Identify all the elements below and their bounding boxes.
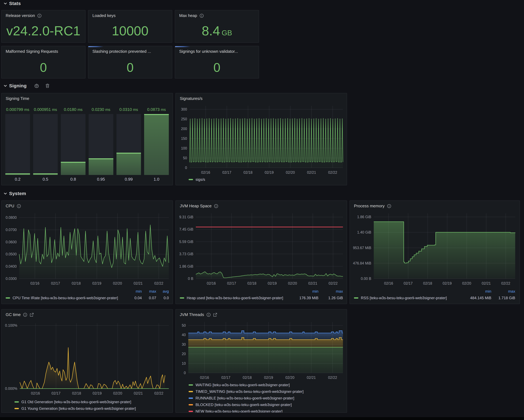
legend-item[interactable]: RUNNABLE [teku-w3s-besu-teku-goerli-web3… (180, 395, 343, 402)
bar-category-label: 0.2 (5, 177, 30, 182)
svg-text:1.40 GiB: 1.40 GiB (357, 230, 371, 234)
svg-text:02/22: 02/22 (154, 281, 163, 285)
trash-icon[interactable] (45, 84, 50, 88)
legend-label[interactable]: TIMED_WAITING [teku-w3s-besu-teku-goerli… (195, 389, 343, 394)
legend-item[interactable]: BLOCKED [teku-w3s-besu-teku-goerli-web3s… (180, 402, 343, 408)
stat-value: 0 (88, 61, 172, 74)
panel-title[interactable]: Process memory (354, 204, 391, 208)
panel-title[interactable]: JVM Heap Space (180, 204, 218, 208)
legend-item[interactable]: CPU Time IRate [teku-w3s-besu-teku-goerl… (6, 295, 169, 301)
bar-gauge-bar: 0.0310 ms0.99 (116, 106, 141, 182)
svg-text:02/21: 02/21 (308, 281, 317, 285)
info-icon[interactable] (17, 204, 21, 208)
info-icon[interactable] (387, 204, 391, 208)
series-swatch (189, 411, 193, 412)
panel-title[interactable]: Malformed Signing Requests (6, 49, 58, 54)
svg-text:02/21: 02/21 (482, 281, 491, 285)
svg-text:150: 150 (181, 137, 187, 141)
legend-label[interactable]: G1 Old Generation [teku-w3s-besu-teku-go… (21, 400, 169, 404)
legend-min-value: 176.39 MiB (287, 296, 318, 300)
svg-text:40: 40 (182, 333, 186, 337)
legend-col-min[interactable]: min (461, 289, 491, 293)
timeseries-plot: 05010015020025030002/1602/1702/1802/1902… (176, 93, 347, 185)
legend-item[interactable]: sigs/s (180, 176, 343, 183)
info-icon[interactable] (214, 204, 218, 208)
stat-number: 8.4 (202, 23, 220, 38)
legend-header-row: min max avg (6, 288, 169, 295)
legend-label[interactable]: Heap used [teku-w3s-besu-teku-goerli-web… (187, 296, 287, 300)
chevron-down-icon (4, 2, 7, 5)
legend-item[interactable]: NEW [teku-w3s-besu-teku-goerli-web3signe… (180, 408, 343, 413)
info-icon[interactable] (23, 313, 27, 317)
legend-col-avg[interactable]: avg (156, 289, 169, 293)
legend-item[interactable]: G1 Old Generation [teku-w3s-besu-teku-go… (6, 399, 169, 405)
legend-col-min[interactable]: min (287, 289, 318, 293)
gear-icon[interactable] (35, 84, 39, 88)
svg-text:02/19: 02/19 (443, 281, 452, 285)
section-header-stats[interactable]: Stats (4, 0, 21, 7)
bar-value: 0.0310 ms (116, 107, 141, 112)
panel-title[interactable]: JVM Threads (180, 312, 217, 317)
panel-title[interactable]: CPU (6, 204, 21, 208)
legend-item[interactable]: G1 Young Generation [teku-w3s-besu-teku-… (6, 405, 169, 412)
panel-title-text: JVM Heap Space (180, 204, 211, 208)
panel-title[interactable]: Loaded keys (92, 13, 115, 18)
svg-text:02/16: 02/16 (207, 281, 216, 285)
legend-item[interactable]: RSS [teku-w3s-besu-teku-goerli-web3signe… (354, 295, 520, 301)
series-swatch (189, 391, 193, 392)
panel-title-text: Malformed Signing Requests (6, 49, 58, 54)
legend-label[interactable]: BLOCKED [teku-w3s-besu-teku-goerli-web3s… (195, 403, 343, 407)
legend-label[interactable]: RUNNABLE [teku-w3s-besu-teku-goerli-web3… (195, 396, 343, 400)
external-link-icon[interactable] (213, 313, 217, 317)
panel-title[interactable]: Slashing protection prevented ... (92, 49, 151, 54)
panel-title[interactable]: Release version (6, 13, 42, 18)
panel-title[interactable]: Signings for unknown validator... (179, 49, 238, 54)
svg-text:02/21: 02/21 (134, 281, 143, 285)
legend-item[interactable]: WAITING [teku-w3s-besu-teku-goerli-web3s… (180, 382, 343, 388)
section-header-system[interactable]: System (4, 190, 26, 197)
info-icon[interactable] (37, 14, 42, 18)
bar-fill (5, 174, 30, 175)
legend-col-min[interactable]: min (127, 289, 142, 293)
svg-text:02/18: 02/18 (244, 171, 253, 174)
bar-value: 0.000951 ms (33, 107, 58, 112)
bar-category-label: 0.8 (61, 177, 86, 182)
section-header-signing[interactable]: Signing (4, 83, 50, 89)
legend-label[interactable]: RSS [teku-w3s-besu-teku-goerli-web3signe… (361, 296, 461, 300)
stat-unit: GB (222, 29, 232, 37)
panel-title[interactable]: Signatures/s (180, 96, 203, 101)
svg-text:476.84 MiB: 476.84 MiB (353, 261, 371, 265)
legend-col-max[interactable]: max (318, 289, 343, 293)
svg-text:02/18: 02/18 (247, 281, 256, 285)
legend-item[interactable]: Heap used [teku-w3s-besu-teku-goerli-web… (180, 295, 343, 301)
legend-col-max[interactable]: max (491, 289, 515, 293)
legend-item[interactable]: TIMED_WAITING [teku-w3s-besu-teku-goerli… (180, 388, 343, 395)
svg-text:0.0600: 0.0600 (6, 240, 17, 244)
panel-title[interactable]: GC time (6, 312, 34, 317)
external-link-icon[interactable] (30, 313, 34, 317)
svg-text:02/21: 02/21 (307, 376, 316, 380)
legend-label[interactable]: WAITING [teku-w3s-besu-teku-goerli-web3s… (195, 383, 343, 387)
svg-text:02/19: 02/19 (268, 281, 277, 285)
grafana-dashboard: Stats Release version v24.2.0-RC1 Loaded… (0, 0, 524, 420)
svg-text:02/19: 02/19 (92, 281, 101, 285)
svg-text:02/17: 02/17 (221, 376, 230, 380)
legend: min max RSS [teku-w3s-besu-teku-goerli-w… (354, 288, 520, 301)
svg-text:02/19: 02/19 (93, 391, 102, 395)
legend-label[interactable]: G1 Young Generation [teku-w3s-besu-teku-… (21, 406, 169, 411)
svg-text:02/18: 02/18 (72, 391, 81, 395)
section-title: System (9, 191, 26, 196)
legend-col-max[interactable]: max (142, 289, 156, 293)
bar-track (89, 114, 113, 175)
window-bottom-edge (0, 417, 524, 420)
panel-title[interactable]: Max heap (179, 13, 204, 18)
panel-title[interactable]: Signing Time (6, 96, 29, 101)
svg-text:02/18: 02/18 (423, 281, 432, 285)
legend-label[interactable]: sigs/s (195, 177, 343, 182)
info-icon[interactable] (200, 14, 204, 18)
legend-label[interactable]: CPU Time IRate [teku-w3s-besu-teku-goerl… (13, 296, 127, 300)
info-icon[interactable] (207, 313, 211, 317)
panel-title-text: Loaded keys (92, 13, 115, 18)
legend-label[interactable]: NEW [teku-w3s-besu-teku-goerli-web3signe… (195, 409, 343, 413)
bar-gauge-bar: 0.000799 ms0.2 (5, 106, 30, 182)
